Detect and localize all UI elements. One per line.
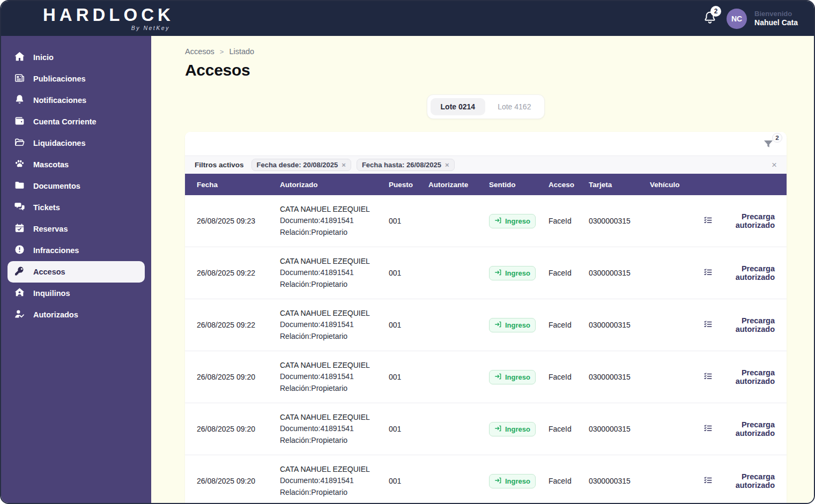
cell-autorizado: CATA NAHUEL EZEQUIEL Documento:41891541 …	[280, 256, 389, 291]
precarga-autorizado-link[interactable]: Precarga autorizado	[703, 212, 775, 229]
notifications-button[interactable]: 2	[701, 10, 719, 28]
wallet-icon	[14, 115, 25, 128]
cell-acceso: FaceId	[549, 373, 589, 381]
sidebar-item-notificaciones[interactable]: Notificaciones	[8, 90, 145, 111]
breadcrumb-root[interactable]: Accesos	[185, 47, 214, 56]
table-row: 26/08/2025 09:23 CATA NAHUEL EZEQUIEL Do…	[185, 195, 787, 247]
calendar-check-icon	[14, 223, 25, 235]
cell-action: Precarga autorizado	[703, 212, 775, 229]
paw-icon	[14, 158, 25, 171]
sidebar-item-inquilinos[interactable]: Inquilinos	[8, 283, 145, 304]
precarga-label: Precarga autorizado	[717, 264, 775, 281]
precarga-autorizado-link[interactable]: Precarga autorizado	[703, 472, 775, 490]
precarga-label: Precarga autorizado	[717, 212, 775, 229]
cell-autorizado: CATA NAHUEL EZEQUIEL Documento:41891541 …	[280, 412, 389, 447]
active-filters-label: Filtros activos	[195, 161, 244, 169]
avatar[interactable]: NC	[727, 9, 747, 29]
sidebar-item-cuenta-corriente[interactable]: Cuenta Corriente	[8, 111, 145, 132]
breadcrumb-current: Listado	[229, 47, 254, 56]
login-arrow-icon	[494, 477, 502, 486]
folder-icon	[14, 180, 25, 192]
cell-acceso: FaceId	[549, 269, 589, 277]
sidebar-item-autorizados[interactable]: Autorizados	[8, 304, 145, 325]
authorized-document: Documento:41891541	[280, 267, 389, 279]
bell-icon	[14, 94, 25, 107]
sidebar-nav: Inicio Publicaciones Notificaciones Cuen…	[1, 36, 151, 503]
filter-chip-fecha-hasta: Fecha hasta: 26/08/2025 ×	[357, 159, 455, 171]
sidebar-item-infracciones[interactable]: Infracciones	[8, 240, 145, 261]
checklist-icon	[703, 216, 713, 226]
ingreso-badge: Ingreso	[489, 474, 536, 488]
sidebar-item-inicio[interactable]: Inicio	[8, 47, 145, 68]
tab-lote-4162[interactable]: Lote 4162	[487, 98, 541, 115]
chip-close-icon[interactable]: ×	[445, 161, 449, 169]
cell-puesto: 001	[389, 217, 428, 225]
table-row: 26/08/2025 09:20 CATA NAHUEL EZEQUIEL Do…	[185, 403, 787, 455]
sidebar-item-label: Mascotas	[33, 160, 69, 169]
authorized-name: CATA NAHUEL EZEQUIEL	[280, 204, 389, 216]
chip-close-icon[interactable]: ×	[342, 161, 346, 169]
cell-tarjeta: 0300000315	[589, 425, 650, 433]
col-vehiculo: Vehículo	[650, 181, 703, 189]
cell-tarjeta: 0300000315	[589, 269, 650, 277]
clear-filters-icon[interactable]: ×	[772, 160, 777, 171]
sidebar-item-label: Autorizados	[33, 310, 78, 319]
authorized-relation: Relación:Propietario	[280, 279, 389, 291]
main-content: Accesos > Listado Accesos Lote 0214 Lote…	[151, 36, 814, 503]
sidebar-item-liquidaciones[interactable]: Liquidaciones	[8, 132, 145, 154]
sidebar-item-label: Cuenta Corriente	[33, 117, 97, 126]
cell-fecha: 26/08/2025 09:20	[197, 373, 280, 381]
cell-autorizado: CATA NAHUEL EZEQUIEL Documento:41891541 …	[280, 360, 389, 395]
col-puesto: Puesto	[389, 181, 428, 189]
cell-puesto: 001	[389, 321, 428, 329]
cell-action: Precarga autorizado	[703, 368, 775, 386]
cell-puesto: 001	[389, 269, 428, 277]
table-row: 26/08/2025 09:22 CATA NAHUEL EZEQUIEL Do…	[185, 299, 787, 351]
col-sentido: Sentido	[489, 181, 549, 189]
ingreso-label: Ingreso	[505, 477, 530, 485]
cell-autorizado: CATA NAHUEL EZEQUIEL Documento:41891541 …	[280, 308, 389, 343]
authorized-document: Documento:41891541	[280, 475, 389, 487]
sidebar-item-documentos[interactable]: Documentos	[8, 175, 145, 197]
sidebar-item-label: Documentos	[33, 182, 80, 190]
cell-autorizado: CATA NAHUEL EZEQUIEL Documento:41891541 …	[280, 204, 389, 239]
ingreso-label: Ingreso	[505, 373, 530, 381]
cell-sentido: Ingreso	[489, 370, 549, 384]
accesses-card: 2 Filtros activos Fecha desde: 20/08/202…	[185, 132, 787, 503]
login-arrow-icon	[494, 269, 502, 278]
checklist-icon	[703, 424, 713, 434]
house-user-icon	[14, 287, 25, 300]
logo-byline: By NetKey	[43, 25, 174, 31]
ingreso-label: Ingreso	[505, 269, 530, 277]
sidebar-item-accesos[interactable]: Accesos	[8, 261, 145, 283]
cell-tarjeta: 0300000315	[589, 477, 650, 485]
breadcrumb-separator: >	[220, 48, 224, 56]
cell-tarjeta: 0300000315	[589, 217, 650, 225]
cell-sentido: Ingreso	[489, 318, 549, 332]
precarga-autorizado-link[interactable]: Precarga autorizado	[703, 316, 775, 333]
ingreso-badge: Ingreso	[489, 318, 536, 332]
precarga-label: Precarga autorizado	[717, 368, 775, 386]
sidebar-item-label: Tickets	[33, 203, 60, 212]
ingreso-badge: Ingreso	[489, 266, 536, 280]
sidebar-item-tickets[interactable]: Tickets	[8, 197, 145, 218]
sidebar-item-publicaciones[interactable]: Publicaciones	[8, 68, 145, 90]
user-name: Nahuel Cata	[754, 18, 798, 28]
authorized-relation: Relación:Propietario	[280, 435, 389, 447]
table-toolbar: 2	[185, 132, 787, 155]
cell-fecha: 26/08/2025 09:22	[197, 321, 280, 329]
sidebar-item-label: Accesos	[33, 268, 65, 276]
sidebar-item-mascotas[interactable]: Mascotas	[8, 154, 145, 175]
precarga-autorizado-link[interactable]: Precarga autorizado	[703, 420, 775, 438]
header-user-area: 2 NC Bienvenido Nahuel Cata	[701, 9, 798, 29]
checklist-icon	[703, 476, 713, 486]
precarga-label: Precarga autorizado	[717, 472, 775, 490]
precarga-autorizado-link[interactable]: Precarga autorizado	[703, 264, 775, 281]
login-arrow-icon	[494, 321, 502, 330]
table-row: 26/08/2025 09:22 CATA NAHUEL EZEQUIEL Do…	[185, 247, 787, 299]
authorized-document: Documento:41891541	[280, 423, 389, 435]
tab-lote-0214[interactable]: Lote 0214	[431, 98, 486, 115]
lote-tabs: Lote 0214 Lote 4162	[427, 94, 545, 119]
sidebar-item-reservas[interactable]: Reservas	[8, 218, 145, 240]
precarga-autorizado-link[interactable]: Precarga autorizado	[703, 368, 775, 386]
